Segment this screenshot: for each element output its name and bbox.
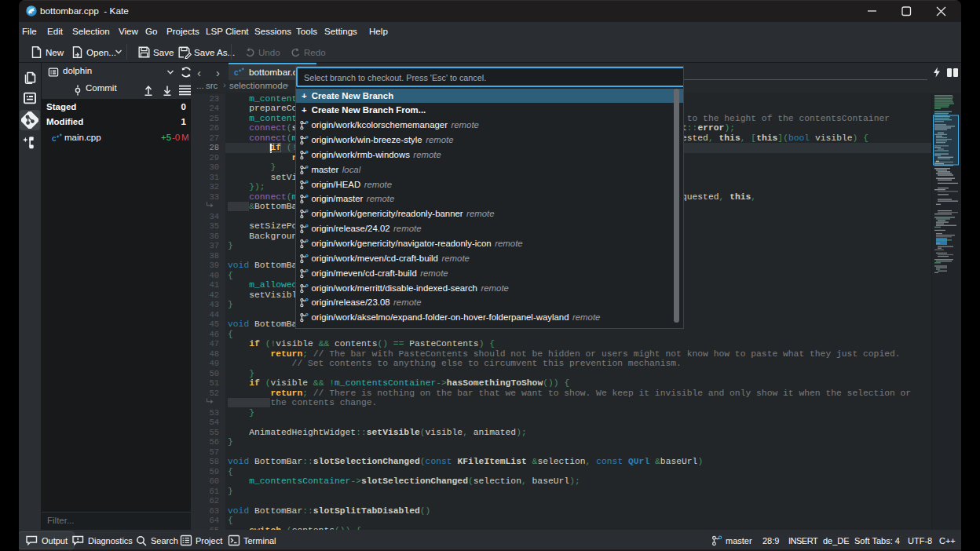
svg-text:c: c: [234, 68, 239, 77]
svg-text:c: c: [52, 134, 57, 143]
